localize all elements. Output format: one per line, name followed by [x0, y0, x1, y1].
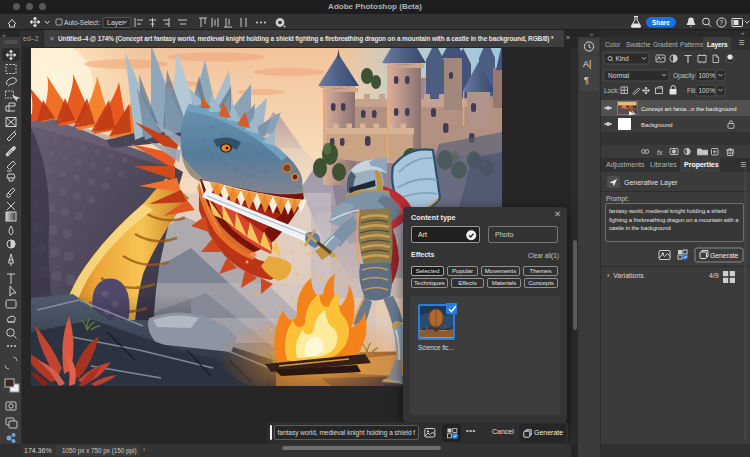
svg-text:fx: fx — [657, 149, 663, 156]
svg-text:Layer: Layer — [107, 19, 125, 27]
svg-text:Share: Share — [652, 19, 670, 26]
svg-text:Auto-Select:: Auto-Select: — [64, 19, 100, 26]
svg-text:Concept art fanta...n the back: Concept art fanta...n the background — [641, 106, 737, 112]
svg-text:Background: Background — [641, 122, 672, 128]
svg-text:Kind: Kind — [616, 55, 630, 62]
svg-text:?: ? — [720, 19, 724, 26]
svg-text:Lock:: Lock: — [604, 87, 619, 94]
svg-text:Generate: Generate — [710, 252, 739, 259]
svg-text:Normal: Normal — [608, 72, 630, 79]
svg-text:Opacity:: Opacity: — [673, 72, 697, 80]
svg-text:100%: 100% — [699, 87, 716, 94]
svg-text:100%: 100% — [699, 72, 716, 79]
